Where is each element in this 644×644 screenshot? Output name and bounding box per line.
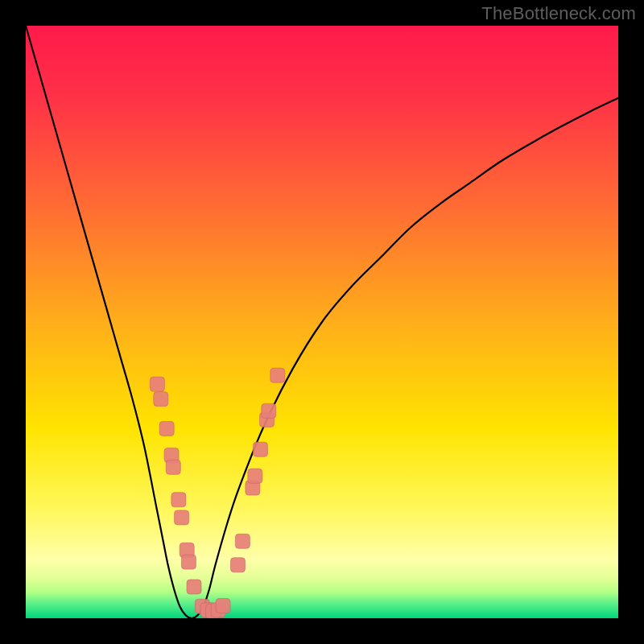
curve-marker <box>270 368 285 382</box>
curve-marker <box>181 555 196 569</box>
curve-marker <box>171 493 186 507</box>
curve-marker <box>248 469 262 483</box>
curve-marker <box>166 460 180 474</box>
curve-marker <box>230 558 245 572</box>
curve-marker <box>175 510 189 525</box>
curve-marker <box>159 421 174 436</box>
curve-marker <box>187 580 201 594</box>
attribution-text: TheBottleneck.com <box>481 3 636 24</box>
curve-marker <box>216 599 230 613</box>
curve-marker <box>253 442 267 456</box>
plot-area <box>26 26 618 618</box>
curve-marker <box>150 377 164 391</box>
curve-marker <box>154 392 168 407</box>
curve-marker <box>235 534 250 548</box>
curve-marker <box>262 403 276 418</box>
chart-frame: TheBottleneck.com <box>0 0 644 644</box>
chart-svg <box>26 26 618 618</box>
